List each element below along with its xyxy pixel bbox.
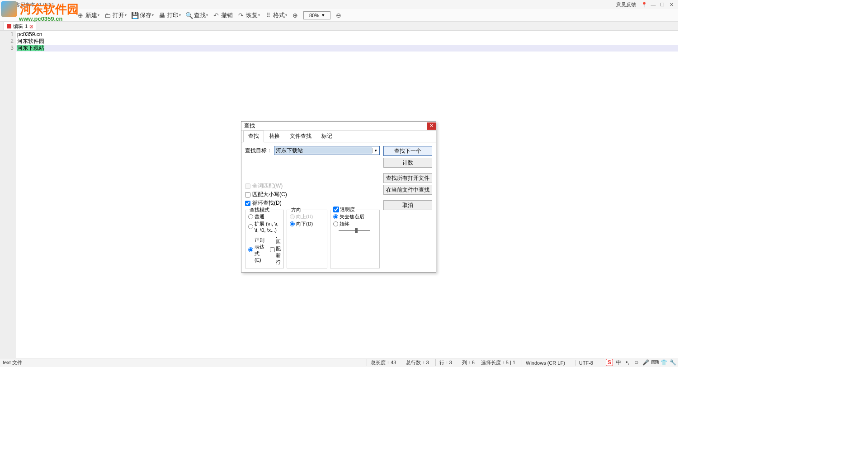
dialog-tabs: 查找 替换 文件查找 标记 <box>241 131 436 142</box>
undo-button[interactable]: ↶撤销 <box>212 11 233 19</box>
feedback-link[interactable]: 意见反馈 <box>616 1 636 8</box>
file-tab-name: 编辑 <box>13 23 23 30</box>
toolbar: ⊕新建▾ 🗀打开▾ 💾保存▾ 🖶打印▾ 🔍查找▾ ↶撤销 ↷恢复▾ ⠿格式▾ ⊕… <box>0 9 678 22</box>
minimize-button[interactable]: — <box>649 2 658 7</box>
ime-lang-icon[interactable]: 中 <box>615 359 622 366</box>
format-icon: ⠿ <box>264 12 272 19</box>
find-target-label: 查找目标： <box>245 147 272 155</box>
save-icon: 💾 <box>131 12 138 19</box>
transparency-checkbox[interactable]: 透明度 <box>332 206 356 213</box>
tab-find[interactable]: 查找 <box>243 131 264 142</box>
dot-newline-checkbox[interactable]: . 匹配新行 <box>270 233 281 266</box>
system-tray: S 中 •, ☺ 🎤 ⌨ 👕 🔧 <box>604 358 678 367</box>
open-button[interactable]: 🗀打开▾ <box>104 11 127 19</box>
direction-up-radio: 向上(U) <box>290 213 324 220</box>
count-button[interactable]: 计数 <box>383 158 432 168</box>
redo-button[interactable]: ↷恢复▾ <box>237 11 260 19</box>
ime-skin-icon[interactable]: 👕 <box>660 359 667 366</box>
ime-punct-icon[interactable]: •, <box>624 359 631 366</box>
logo-text: 河东软件园 <box>20 3 79 16</box>
status-bar: text 文件 总长度：43 总行数：3 行：3 列：6 选择长度：5 | 1 … <box>0 358 678 367</box>
tab-mark[interactable]: 标记 <box>316 131 337 142</box>
ime-settings-icon[interactable]: 🔧 <box>669 359 676 366</box>
file-tab[interactable]: 编辑 1 ⊠ <box>4 22 36 30</box>
code-line: pc0359.cn <box>16 31 678 38</box>
tab-find-in-files[interactable]: 文件查找 <box>285 131 316 142</box>
status-col: 列：6 <box>462 359 475 366</box>
direction-down-radio[interactable]: 向下(D) <box>290 221 324 227</box>
watermark-logo: 河东软件园 www.pc0359.cn <box>1 1 79 22</box>
ime-sogou-icon[interactable]: S <box>606 359 613 366</box>
close-button[interactable]: ✕ <box>667 2 676 8</box>
line-gutter: 123 <box>0 31 16 358</box>
logo-subtext: www.pc0359.cn <box>19 15 79 22</box>
direction-group: 方向 向上(U) 向下(D) <box>287 210 327 268</box>
zoom-out-icon: ⊖ <box>335 12 342 19</box>
print-button[interactable]: 🖶打印▾ <box>158 11 181 19</box>
pin-icon[interactable]: 📍 <box>640 2 649 8</box>
redo-icon: ↷ <box>237 12 245 19</box>
search-mode-group: 查找模式 普通 扩展 (\n, \r, \t, \0, \x...) 正则表达式… <box>245 210 284 268</box>
status-encoding: UTF-8 <box>575 360 597 366</box>
mode-regex-radio[interactable]: 正则表达式(E) . 匹配新行 <box>248 233 281 266</box>
mode-extended-radio[interactable]: 扩展 (\n, \r, \t, \0, \x...) <box>248 221 281 233</box>
status-filetype: text 文件 <box>3 359 22 366</box>
find-all-open-button[interactable]: 查找所有打开文件 <box>383 173 432 183</box>
cancel-button[interactable]: 取消 <box>383 200 432 210</box>
zoom-in-icon: ⊕ <box>292 12 299 19</box>
transparency-group: 透明度 失去焦点后 始终 <box>330 210 380 268</box>
logo-icon <box>1 1 17 17</box>
title-bar: 极客记事本 v1.0.0.1 意见反馈 📍 — ☐ ✕ <box>0 0 678 9</box>
find-next-button[interactable]: 查找下一个 <box>383 146 432 156</box>
file-tab-icon <box>7 24 11 28</box>
find-in-current-button[interactable]: 在当前文件中查找 <box>383 185 432 195</box>
status-eol: Windows (CR LF) <box>522 360 569 366</box>
dialog-titlebar[interactable]: 查找 ✕ <box>241 122 436 131</box>
transparency-slider[interactable] <box>339 230 370 231</box>
chevron-down-icon[interactable]: ▾ <box>372 148 379 153</box>
dialog-title: 查找 <box>244 122 255 130</box>
file-tab-num: 1 <box>25 24 28 29</box>
tab-replace[interactable]: 替换 <box>264 131 285 142</box>
code-line: 河东下载站 <box>16 45 678 52</box>
status-selection: 选择长度：5 | 1 <box>481 359 515 366</box>
whole-word-checkbox: 全词匹配(W) <box>245 182 380 190</box>
ime-emoji-icon[interactable]: ☺ <box>633 359 640 366</box>
search-icon: 🔍 <box>185 12 193 19</box>
dialog-close-button[interactable]: ✕ <box>427 122 436 130</box>
wrap-around-checkbox[interactable]: 循环查找(D) <box>245 199 380 207</box>
new-button[interactable]: ⊕新建▾ <box>77 11 99 19</box>
status-total-lines: 总行数：3 <box>406 359 429 366</box>
status-total-length: 总长度：43 <box>367 359 400 366</box>
find-target-input[interactable] <box>274 147 372 154</box>
find-dialog: 查找 ✕ 查找 替换 文件查找 标记 查找目标： ▾ 全词匹配(W) 匹配大小写… <box>241 121 436 273</box>
zoom-in-button[interactable]: ⊕ <box>292 12 299 19</box>
save-button[interactable]: 💾保存▾ <box>131 11 154 19</box>
trans-on-lose-focus-radio[interactable]: 失去焦点后 <box>333 213 377 220</box>
maximize-button[interactable]: ☐ <box>658 2 667 8</box>
ime-keyboard-icon[interactable]: ⌨ <box>651 359 658 366</box>
trans-always-radio[interactable]: 始终 <box>333 221 377 227</box>
match-case-checkbox[interactable]: 匹配大小写(C) <box>245 191 380 198</box>
tab-strip: 编辑 1 ⊠ <box>0 22 678 31</box>
ime-mic-icon[interactable]: 🎤 <box>642 359 649 366</box>
zoom-out-button[interactable]: ⊖ <box>335 12 342 19</box>
code-line: 河东软件园 <box>16 38 678 45</box>
undo-icon: ↶ <box>212 12 220 19</box>
status-row: 行：3 <box>435 359 456 366</box>
format-button[interactable]: ⠿格式▾ <box>264 11 287 19</box>
zoom-level[interactable]: 80% ▾ <box>303 11 330 19</box>
print-icon: 🖶 <box>158 12 165 19</box>
search-highlight: 河东下载站 <box>17 45 44 51</box>
find-button[interactable]: 🔍查找▾ <box>185 11 208 19</box>
mode-normal-radio[interactable]: 普通 <box>248 213 281 220</box>
close-tab-icon[interactable]: ⊠ <box>29 24 33 29</box>
folder-icon: 🗀 <box>104 12 111 19</box>
find-target-combo[interactable]: ▾ <box>274 146 380 155</box>
